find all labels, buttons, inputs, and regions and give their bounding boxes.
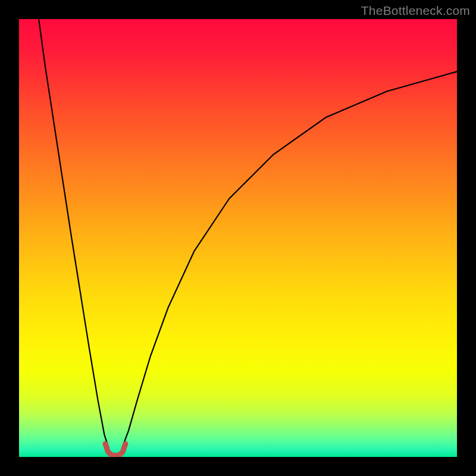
gradient-rect	[19, 19, 457, 457]
chart-frame: TheBottleneck.com	[0, 0, 476, 476]
watermark-text: TheBottleneck.com	[361, 4, 470, 18]
plot-area	[19, 19, 457, 457]
chart-svg	[19, 19, 457, 457]
